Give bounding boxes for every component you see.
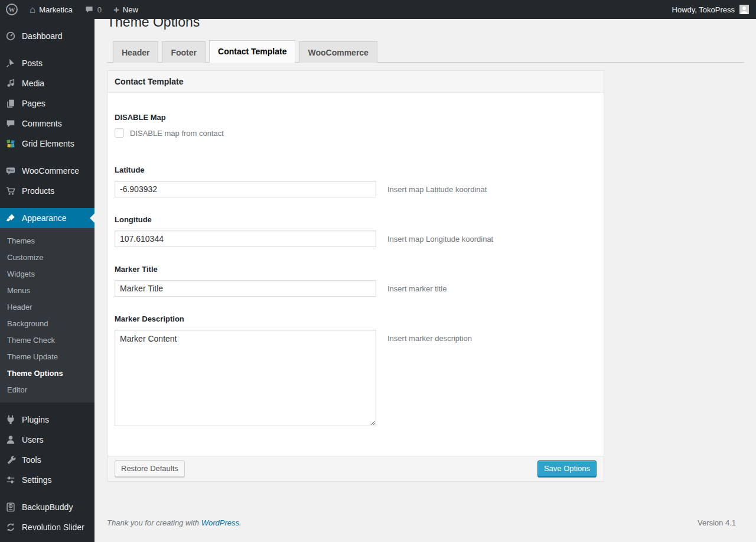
new-content-menu[interactable]: + New [107, 0, 144, 19]
panel-header: Contact Template [107, 71, 604, 93]
sidebar-item-label: Products [22, 186, 54, 196]
submenu-item-widgets[interactable]: Widgets [0, 265, 94, 282]
home-icon: ⌂ [30, 5, 35, 15]
sidebar-item-punch-fonts[interactable]: A Punch Fonts [0, 537, 94, 542]
sidebar-item-backupbuddy[interactable]: BackupBuddy [0, 497, 94, 517]
submenu-item-editor[interactable]: Editor [0, 381, 94, 398]
admin-bar: W ⌂ Marketica 0 + New Howdy, TokoPress [0, 0, 756, 19]
woo-badge-icon: Woo [5, 165, 17, 177]
sidebar-item-label: WooCommerce [22, 166, 79, 176]
sidebar-item-posts[interactable]: Posts [0, 53, 94, 73]
submenu-item-themes[interactable]: Themes [0, 232, 94, 249]
version-label: Version 4.1 [698, 518, 736, 527]
marker-title-input[interactable] [115, 280, 376, 297]
sidebar-item-label: Comments [22, 119, 62, 128]
pages-icon [5, 98, 17, 109]
panel-body: DISABLE Map DISABLE map from contact Lat… [107, 93, 604, 456]
main-content: Theme Options Header Footer Contact Temp… [94, 0, 756, 533]
comments-admin-bar[interactable]: 0 [79, 0, 107, 19]
howdy-label[interactable]: Howdy, TokoPress [672, 5, 735, 14]
user-avatar[interactable] [739, 5, 749, 14]
longitude-hint: Insert map Longitude koordinat [376, 231, 493, 244]
submenu-item-background[interactable]: Background [0, 315, 94, 332]
admin-bar-left: W ⌂ Marketica 0 + New [0, 0, 144, 19]
sidebar-item-label: BackupBuddy [22, 502, 73, 512]
sidebar-item-label: Plugins [22, 415, 49, 424]
thanks-suffix: . [239, 518, 242, 527]
thanks-prefix: Thank you for creating with [107, 518, 201, 527]
wrench-icon [5, 454, 17, 466]
appearance-submenu: Themes Customize Widgets Menus Header Ba… [0, 228, 94, 403]
wordpress-link[interactable]: WordPress [201, 518, 239, 527]
sidebar-item-appearance[interactable]: Appearance [0, 208, 94, 228]
save-options-button[interactable]: Save Options [537, 460, 597, 477]
marker-description-textarea[interactable]: Marker Content [115, 330, 376, 426]
latitude-hint: Insert map Latitude koordinat [376, 181, 487, 194]
disable-map-checkbox-row: DISABLE map from contact [115, 128, 597, 138]
latitude-label: Latitude [115, 165, 597, 174]
sidebar-item-pages[interactable]: Pages [0, 93, 94, 113]
menu-separator [0, 403, 94, 410]
tab-header[interactable]: Header [113, 41, 158, 63]
marker-description-field: Marker Description Marker Content Insert… [115, 314, 597, 426]
sidebar-item-label: Users [22, 435, 44, 444]
marker-description-label: Marker Description [115, 314, 597, 323]
svg-text:Woo: Woo [8, 168, 14, 172]
sidebar-item-users[interactable]: Users [0, 430, 94, 450]
sidebar-item-label: Pages [22, 99, 45, 108]
submenu-item-theme-check[interactable]: Theme Check [0, 332, 94, 348]
sidebar-item-media[interactable]: Media [0, 73, 94, 93]
plus-icon: + [113, 5, 119, 15]
site-name-label: Marketica [39, 5, 72, 14]
sidebar-item-tools[interactable]: Tools [0, 450, 94, 470]
longitude-label: Longitude [115, 215, 597, 224]
sidebar-item-woocommerce[interactable]: Woo WooCommerce [0, 161, 94, 181]
admin-bar-right: Howdy, TokoPress [672, 0, 756, 19]
restore-defaults-button[interactable]: Restore Defaults [115, 460, 185, 477]
disable-map-label: DISABLE Map [115, 113, 597, 122]
sidebar-item-label: Grid Elements [22, 139, 74, 148]
submenu-item-menus[interactable]: Menus [0, 282, 94, 298]
new-label: New [123, 5, 138, 14]
pin-icon [5, 57, 17, 69]
sidebar-item-label: Tools [22, 455, 41, 465]
sliders-icon [5, 474, 17, 486]
site-name-link[interactable]: ⌂ Marketica [24, 0, 79, 19]
latitude-field: Latitude Insert map Latitude koordinat [115, 165, 597, 197]
backup-icon [5, 501, 17, 513]
marker-title-hint: Insert marker title [376, 280, 447, 293]
wordpress-logo-icon: W [6, 4, 18, 15]
disable-map-checkbox[interactable] [115, 128, 124, 138]
disable-map-field: DISABLE Map DISABLE map from contact [115, 113, 597, 138]
latitude-input[interactable] [115, 181, 376, 197]
tab-woocommerce[interactable]: WooCommerce [299, 41, 377, 63]
footer-thanks: Thank you for creating with WordPress. [107, 518, 242, 527]
longitude-input[interactable] [115, 231, 376, 247]
submenu-item-header[interactable]: Header [0, 298, 94, 315]
dashboard-icon [5, 30, 17, 42]
sidebar-item-revolution-slider[interactable]: Revolution Slider [0, 517, 94, 537]
tab-contact-template[interactable]: Contact Template [209, 40, 295, 63]
sidebar-item-grid-elements[interactable]: Grid Elements [0, 134, 94, 154]
brush-icon [5, 212, 17, 224]
sidebar-item-dashboard[interactable]: Dashboard [0, 26, 94, 46]
sidebar-item-plugins[interactable]: Plugins [0, 410, 94, 430]
disable-map-checkbox-label: DISABLE map from contact [130, 129, 224, 138]
sidebar-item-label: Revolution Slider [22, 522, 84, 532]
sidebar-item-settings[interactable]: Settings [0, 470, 94, 490]
sidebar-item-products[interactable]: Products [0, 181, 94, 201]
submenu-item-theme-update[interactable]: Theme Update [0, 348, 94, 365]
sidebar-item-comments[interactable]: Comments [0, 113, 94, 134]
marker-title-label: Marker Title [115, 265, 597, 274]
longitude-field: Longitude Insert map Longitude koordinat [115, 215, 597, 247]
tab-bar: Header Footer Contact Template WooCommer… [107, 40, 744, 63]
tab-footer[interactable]: Footer [162, 41, 206, 63]
sidebar-item-label: Posts [22, 59, 43, 68]
wordpress-logo-menu[interactable]: W [0, 0, 24, 19]
submenu-item-theme-options[interactable]: Theme Options [0, 365, 94, 381]
admin-menu: Dashboard Posts Media Pages Comments Gri… [0, 19, 94, 542]
submenu-item-customize[interactable]: Customize [0, 249, 94, 265]
comment-count: 0 [97, 5, 102, 14]
sidebar-item-label: Dashboard [22, 31, 63, 41]
sidebar-item-label: Appearance [22, 213, 67, 223]
